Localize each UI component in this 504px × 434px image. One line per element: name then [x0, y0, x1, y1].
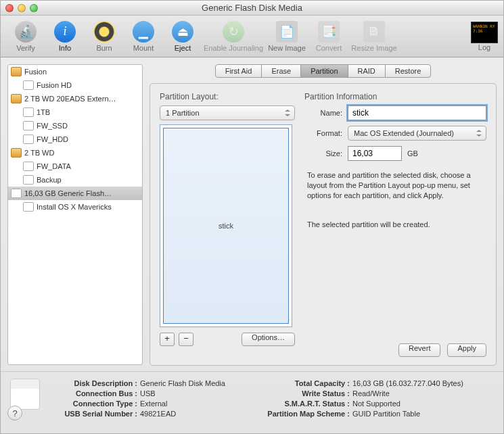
volume-icon	[23, 121, 34, 130]
volume-icon	[11, 189, 22, 198]
name-label: Name:	[304, 109, 342, 117]
sidebar-item[interactable]: 2 TB WD 20EADS Extern…	[8, 92, 142, 105]
sidebar-item-label: Fusion HD	[37, 81, 72, 89]
partition-description-2: The selected partition will be created.	[307, 220, 486, 230]
sidebar-item[interactable]: FW_DATA	[8, 160, 142, 173]
toolbar: 🔬 Verify i Info Burn ▁ Mount ⏏ Eject ↻ E…	[1, 16, 503, 57]
info-title: Partition Information	[304, 92, 486, 101]
apply-button[interactable]: Apply	[447, 343, 486, 357]
smart-status-value: Not Supported	[352, 399, 400, 409]
volume-icon	[23, 162, 34, 171]
tab-erase[interactable]: Erase	[261, 64, 301, 78]
tab-first-aid[interactable]: First Aid	[215, 64, 262, 78]
log-icon: WARNIN RY 7:36	[471, 22, 498, 43]
partition-map-value: GUID Partition Table	[352, 409, 420, 419]
remove-partition-button[interactable]: −	[179, 333, 193, 346]
drive-icon	[11, 148, 22, 158]
mount-icon: ▁	[133, 21, 154, 43]
info-button[interactable]: i Info	[45, 21, 85, 52]
sidebar-item[interactable]: Backup	[8, 173, 142, 187]
size-unit: GB	[407, 149, 418, 158]
log-button[interactable]: WARNIN RY 7:36 Log	[471, 22, 498, 51]
sidebar-item-label: Fusion	[24, 68, 47, 76]
drive-icon	[11, 67, 22, 76]
disk-description-value: Generic Flash Disk Media	[140, 379, 225, 389]
tab-restore[interactable]: Restore	[385, 64, 432, 78]
sidebar-item-label: 1TB	[37, 108, 50, 116]
sidebar-item[interactable]: Install OS X Mavericks	[8, 200, 142, 214]
sidebar-item-label: FW_HDD	[37, 135, 68, 143]
sidebar-item[interactable]: FW_SSD	[8, 119, 142, 132]
partition-layout-select[interactable]: 1 Partition	[160, 105, 295, 120]
partition-description-1: To erase and partition the selected disk…	[307, 170, 486, 201]
tab-partition[interactable]: Partition	[300, 64, 348, 78]
sidebar-item-label: 2 TB WD 20EADS Extern…	[24, 95, 116, 103]
eject-icon: ⏏	[172, 21, 193, 43]
sidebar-item-label: FW_DATA	[37, 162, 71, 170]
sidebar-item-label: Backup	[37, 176, 62, 184]
layout-title: Partition Layout:	[160, 92, 295, 101]
volume-icon	[23, 202, 34, 212]
eject-button[interactable]: ⏏ Eject	[163, 21, 202, 52]
disk-sidebar[interactable]: FusionFusion HD2 TB WD 20EADS Extern…1TB…	[7, 64, 143, 365]
volume-icon	[23, 135, 34, 144]
tab-bar: First Aid Erase Partition RAID Restore	[150, 64, 497, 78]
sidebar-item[interactable]: FW_HDD	[8, 132, 142, 146]
sidebar-item[interactable]: 1TB	[8, 105, 142, 119]
volume-icon	[23, 80, 34, 90]
mount-button[interactable]: ▁ Mount	[124, 21, 163, 52]
footer: Disk Description :Generic Flash Disk Med…	[1, 371, 503, 426]
name-input[interactable]	[348, 105, 486, 120]
sidebar-item-label: FW_SSD	[37, 122, 68, 130]
write-status-value: Read/Write	[352, 389, 390, 399]
volume-icon	[23, 107, 34, 117]
add-partition-button[interactable]: +	[160, 333, 175, 346]
help-button[interactable]: ?	[7, 406, 22, 420]
sidebar-item[interactable]: Fusion	[8, 65, 142, 78]
total-capacity-value: 16,03 GB (16.032.727.040 Bytes)	[352, 379, 463, 389]
new-image-button[interactable]: 📄 New Image	[265, 21, 309, 52]
resize-image-button: 🗎 Resize Image	[348, 21, 400, 52]
partition-panel: Partition Layout: 1 Partition stick + − …	[150, 83, 497, 366]
sidebar-item-label: 16,03 GB Generic Flash…	[24, 189, 112, 197]
connection-bus-value: USB	[140, 389, 156, 399]
format-select[interactable]: Mac OS Extended (Journaled)	[348, 126, 486, 141]
revert-button[interactable]: Revert	[398, 343, 440, 357]
verify-button[interactable]: 🔬 Verify	[6, 21, 45, 52]
usb-serial-value: 49821EAD	[140, 409, 176, 419]
volume-icon	[23, 175, 34, 185]
titlebar: Generic Flash Disk Media	[1, 1, 503, 16]
sidebar-item[interactable]: 16,03 GB Generic Flash…	[8, 187, 142, 200]
burn-button[interactable]: Burn	[85, 21, 124, 52]
resize-image-icon: 🗎	[363, 21, 385, 43]
sidebar-item-label: Install OS X Mavericks	[37, 203, 112, 211]
sidebar-item[interactable]: Fusion HD	[8, 78, 142, 92]
options-button[interactable]: Options…	[242, 333, 295, 346]
new-image-icon: 📄	[276, 21, 298, 43]
partition-preview-slice[interactable]: stick	[163, 128, 289, 324]
connection-type-value: External	[140, 399, 167, 409]
convert-button: 📑 Convert	[309, 21, 348, 52]
journaling-icon: ↻	[223, 21, 244, 43]
partition-preview[interactable]: stick	[160, 124, 292, 327]
size-label: Size:	[304, 149, 342, 158]
window-title: Generic Flash Disk Media	[1, 3, 503, 13]
convert-icon: 📑	[318, 21, 340, 43]
sidebar-item[interactable]: 2 TB WD	[8, 146, 142, 160]
tab-raid[interactable]: RAID	[348, 64, 386, 78]
burn-icon	[93, 21, 115, 43]
size-input[interactable]	[348, 146, 402, 161]
sidebar-item-label: 2 TB WD	[24, 149, 54, 157]
drive-icon	[11, 94, 22, 103]
verify-icon: 🔬	[15, 21, 37, 43]
enable-journaling-button: ↻ Enable Journaling	[202, 21, 265, 52]
info-icon: i	[54, 21, 76, 43]
format-label: Format:	[304, 129, 342, 137]
